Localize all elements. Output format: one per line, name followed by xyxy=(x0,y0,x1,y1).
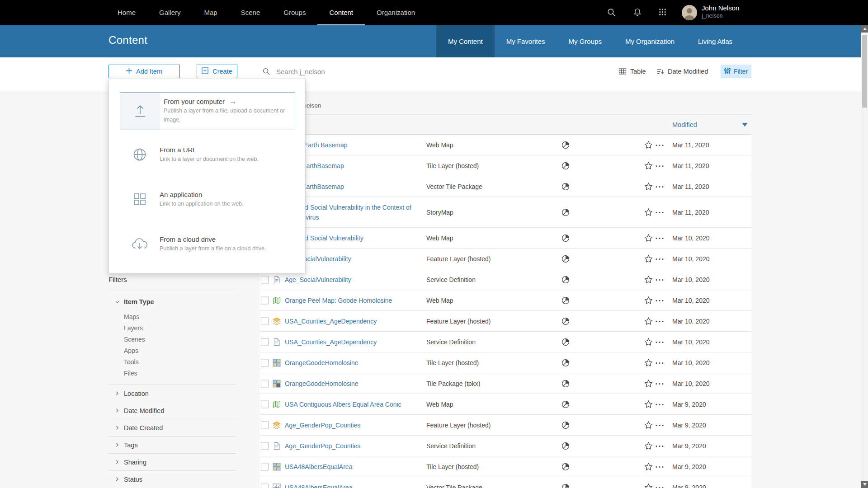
filter-option-tools[interactable]: Tools xyxy=(108,357,236,368)
more-options-icon[interactable] xyxy=(656,465,664,468)
filter-section-date-modified[interactable]: Date Modified xyxy=(108,402,236,419)
favorite-star-icon[interactable] xyxy=(644,234,653,242)
tab-my-favorites[interactable]: My Favorites xyxy=(495,25,557,57)
more-options-icon[interactable] xyxy=(656,164,664,167)
scroll-down-button[interactable] xyxy=(861,481,868,488)
item-title-link[interactable]: Age_GenderPop_Counties xyxy=(285,420,360,430)
filter-section-date-created[interactable]: Date Created xyxy=(108,419,236,436)
tab-my-groups[interactable]: My Groups xyxy=(557,25,613,57)
sharing-icon[interactable] xyxy=(561,317,570,326)
filter-section-sharing[interactable]: Sharing xyxy=(108,453,236,470)
item-title-link[interactable]: Age_SocialVulnerability xyxy=(285,274,351,284)
sharing-icon[interactable] xyxy=(561,358,570,367)
filter-option-layers[interactable]: Layers xyxy=(108,323,236,334)
more-options-icon[interactable] xyxy=(656,445,664,447)
sharing-icon[interactable] xyxy=(561,275,570,284)
row-checkbox[interactable] xyxy=(261,380,269,387)
more-options-icon[interactable] xyxy=(656,403,664,405)
favorite-star-icon[interactable] xyxy=(644,462,653,471)
favorite-star-icon[interactable] xyxy=(644,358,653,367)
favorite-star-icon[interactable] xyxy=(644,483,653,488)
row-checkbox[interactable] xyxy=(261,296,269,304)
add-menu-option-from-a-url[interactable]: From a URLLink to a layer or document on… xyxy=(120,144,295,165)
add-menu-option-from-your-computer[interactable]: From your computer→Publish a layer from … xyxy=(120,92,295,130)
sharing-icon[interactable] xyxy=(561,182,570,191)
sharing-icon[interactable] xyxy=(561,483,570,488)
sharing-icon[interactable] xyxy=(561,462,570,471)
row-checkbox[interactable] xyxy=(261,442,269,450)
sharing-icon[interactable] xyxy=(561,379,570,388)
sharing-icon[interactable] xyxy=(561,338,570,347)
nav-item-gallery[interactable]: Gallery xyxy=(147,0,193,25)
filter-section-tags[interactable]: Tags xyxy=(108,436,236,453)
filter-button[interactable]: Filter xyxy=(721,65,751,78)
scroll-up-button[interactable] xyxy=(861,25,868,33)
scroll-thumb[interactable] xyxy=(862,35,867,108)
tab-living-atlas[interactable]: Living Atlas xyxy=(686,25,744,57)
row-checkbox[interactable] xyxy=(261,317,269,325)
item-title-link[interactable]: USA48AlbersEqualArea xyxy=(285,461,352,471)
nav-item-map[interactable]: Map xyxy=(193,0,229,25)
sharing-icon[interactable] xyxy=(561,254,570,263)
sharing-icon[interactable] xyxy=(561,400,570,409)
create-button[interactable]: Create xyxy=(197,65,237,78)
favorite-star-icon[interactable] xyxy=(644,254,653,263)
tab-my-content[interactable]: My Content xyxy=(436,25,495,57)
more-options-icon[interactable] xyxy=(656,237,664,239)
sharing-icon[interactable] xyxy=(561,234,570,243)
filter-section-status[interactable]: Status xyxy=(108,470,236,488)
filter-option-apps[interactable]: Apps xyxy=(108,345,236,357)
more-options-icon[interactable] xyxy=(656,299,664,301)
item-title-link[interactable]: OrangeGoodeHomolosine xyxy=(285,357,359,367)
favorite-star-icon[interactable] xyxy=(644,275,653,284)
item-title-link[interactable]: OrangeGoodeHomolosine xyxy=(285,378,359,388)
more-options-icon[interactable] xyxy=(656,278,664,281)
more-options-icon[interactable] xyxy=(656,185,664,188)
sharing-icon[interactable] xyxy=(561,441,570,450)
filter-section-item-type[interactable]: Item Type xyxy=(108,296,236,308)
app-launcher-icon[interactable] xyxy=(658,8,667,16)
favorite-star-icon[interactable] xyxy=(644,182,653,191)
item-title-link[interactable]: Age_GenderPop_Counties xyxy=(285,441,360,450)
more-options-icon[interactable] xyxy=(656,258,664,260)
vertical-scrollbar[interactable] xyxy=(861,25,868,488)
row-checkbox[interactable] xyxy=(261,421,269,429)
favorite-star-icon[interactable] xyxy=(644,338,653,346)
add-item-button[interactable]: Add Item xyxy=(108,65,180,78)
favorite-star-icon[interactable] xyxy=(644,208,653,216)
filter-option-maps[interactable]: Maps xyxy=(108,311,236,323)
sort-date-modified[interactable]: Date Modified xyxy=(656,65,708,78)
more-options-icon[interactable] xyxy=(656,424,664,426)
item-title-link[interactable]: USA48AlbersEqualArea xyxy=(285,482,352,488)
nav-item-home[interactable]: Home xyxy=(106,0,147,25)
nav-item-organization[interactable]: Organization xyxy=(365,0,427,25)
magnifier-icon[interactable] xyxy=(262,67,270,75)
user-avatar[interactable] xyxy=(682,5,697,20)
favorite-star-icon[interactable] xyxy=(644,400,653,408)
more-options-icon[interactable] xyxy=(656,361,664,364)
row-checkbox[interactable] xyxy=(261,338,269,346)
sharing-icon[interactable] xyxy=(561,141,570,150)
row-checkbox[interactable] xyxy=(261,276,269,283)
row-checkbox[interactable] xyxy=(261,400,269,408)
item-title-link[interactable]: USA Contiguous Albers Equal Area Conic xyxy=(285,399,401,409)
more-options-icon[interactable] xyxy=(656,486,664,488)
search-icon[interactable] xyxy=(607,8,616,17)
more-options-icon[interactable] xyxy=(656,382,664,385)
modified-column-header[interactable]: Modified xyxy=(672,121,697,128)
notifications-bell-icon[interactable] xyxy=(633,8,642,17)
sharing-icon[interactable] xyxy=(561,161,570,170)
filter-option-files[interactable]: Files xyxy=(108,368,236,379)
favorite-star-icon[interactable] xyxy=(644,421,653,429)
row-checkbox[interactable] xyxy=(261,359,269,366)
more-options-icon[interactable] xyxy=(656,341,664,343)
item-title-link[interactable]: USA_Counties_AgeDependency xyxy=(285,316,377,326)
favorite-star-icon[interactable] xyxy=(644,379,653,388)
filter-section-location[interactable]: Location xyxy=(108,385,236,402)
favorite-star-icon[interactable] xyxy=(644,296,653,305)
more-options-icon[interactable] xyxy=(656,211,664,213)
nav-item-content[interactable]: Content xyxy=(317,0,365,25)
nav-item-groups[interactable]: Groups xyxy=(272,0,317,25)
row-checkbox[interactable] xyxy=(261,463,269,470)
sharing-icon[interactable] xyxy=(561,208,570,217)
